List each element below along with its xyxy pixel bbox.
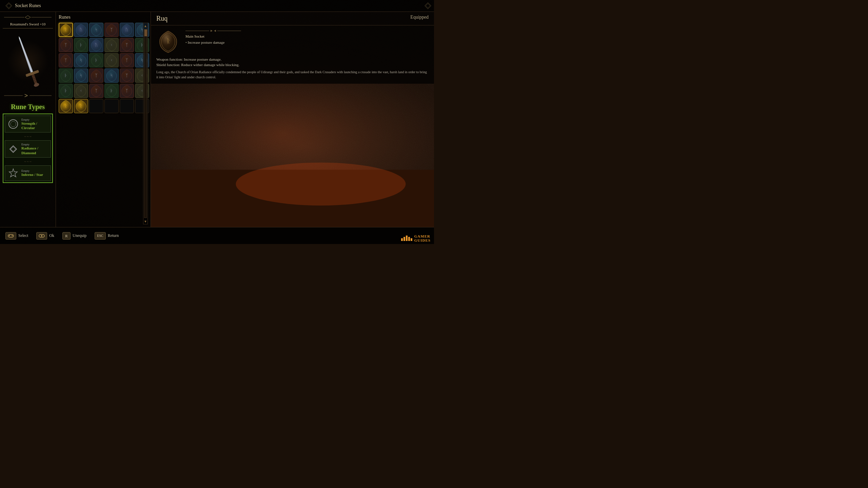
- rune-item[interactable]: ᛉ: [120, 53, 134, 67]
- rune-svg: ᛉ: [120, 69, 133, 82]
- strength-circular-info: Empty Strength / Circular: [21, 118, 48, 130]
- svg-text:ᛋ: ᛋ: [110, 73, 113, 78]
- rune-svg: ᚲ: [105, 54, 118, 67]
- rune-types-list: Empty Strength / Circular ~ ~ ~ Empty Ra…: [3, 114, 53, 183]
- rune-svg: ᛋ: [105, 69, 118, 82]
- rune-item[interactable]: ᚲ: [104, 53, 119, 67]
- scroll-down-arrow[interactable]: ▼: [143, 219, 147, 224]
- rune-item[interactable]: ᚱ: [59, 23, 73, 37]
- return-label: Return: [108, 233, 119, 238]
- rune-svg: ᛋ: [75, 69, 87, 82]
- gg-bar-3: [406, 236, 408, 241]
- divider-1: ~ ~ ~: [5, 135, 51, 138]
- rune-svg: ᛉ: [120, 84, 133, 97]
- scroll-thumb: [144, 29, 147, 36]
- rune-item: [104, 99, 119, 113]
- rune-item[interactable]: ᚱ: [74, 99, 88, 113]
- rune-name: Ruq: [156, 15, 167, 22]
- svg-text:ᚢ: ᚢ: [95, 42, 98, 47]
- svg-marker-58: [211, 30, 213, 32]
- rune-item[interactable]: ᛋ: [74, 68, 88, 83]
- svg-text:ᚦ: ᚦ: [110, 88, 113, 93]
- runes-section-label: Runes: [59, 15, 148, 20]
- title-bar: Socket Runes: [0, 0, 434, 12]
- rune-svg: ᛉ: [90, 69, 103, 82]
- inferno-star-name: Inferno / Star: [21, 172, 43, 177]
- esc-key: ESC: [95, 232, 105, 240]
- gamer-guides-logo: GAMERGUIDES: [401, 234, 431, 242]
- ornament-svg: [4, 15, 52, 19]
- rune-item[interactable]: ᚢ: [74, 23, 88, 37]
- rune-item[interactable]: ᚦ: [89, 53, 103, 67]
- svg-text:ᚱ: ᚱ: [80, 103, 82, 108]
- rune-description-section: Weapon function: Increase posture damage…: [156, 57, 429, 80]
- rune-svg: ᚲ: [105, 39, 118, 52]
- rune-item[interactable]: ᛉ: [59, 53, 73, 67]
- radiance-diamond-icon: [8, 144, 19, 155]
- rune-item[interactable]: ᛋ: [104, 68, 119, 83]
- rune-item[interactable]: ᚱ: [59, 99, 73, 113]
- svg-marker-23: [9, 169, 17, 177]
- rune-slot-strength-circular[interactable]: Empty Strength / Circular: [5, 116, 51, 133]
- rune-svg: ᛉ: [90, 84, 103, 97]
- gg-bar-1: [401, 238, 403, 241]
- select-hint: Select: [5, 232, 28, 240]
- rune-item[interactable]: ᛉ: [120, 38, 134, 52]
- rune-item[interactable]: ᛉ: [59, 38, 73, 52]
- rune-item[interactable]: ᚲ: [104, 38, 119, 52]
- rune-svg: ᚦ: [90, 54, 103, 67]
- svg-point-69: [41, 235, 42, 237]
- scroll-up-arrow[interactable]: ▲: [143, 23, 147, 28]
- svg-text:ᚲ: ᚲ: [110, 42, 113, 47]
- svg-text:ᚦ: ᚦ: [64, 73, 67, 78]
- rune-item[interactable]: ᛉ: [89, 84, 103, 98]
- unequip-hint: R Unequip: [62, 232, 86, 240]
- gg-bar-4: [408, 237, 410, 241]
- rune-item[interactable]: ᛉ: [89, 68, 103, 83]
- select-label: Select: [18, 233, 28, 238]
- unequip-label: Unequip: [73, 233, 86, 238]
- shield-function: Shield function: Reduce wither damage wh…: [156, 63, 429, 67]
- ornament-svg-2: [4, 94, 52, 98]
- left-panel: Rosamund's Sword +10: [0, 12, 56, 227]
- rune-slot-radiance-diamond[interactable]: Empty Radiance / Diamond: [5, 140, 51, 157]
- top-ornament: [3, 15, 53, 21]
- svg-rect-66: [9, 235, 10, 236]
- rune-item[interactable]: ᚢ: [120, 23, 134, 37]
- socket-type-label: Main Socket: [185, 34, 429, 38]
- weapon-image-area: [3, 30, 53, 92]
- rune-slot-inferno-star[interactable]: Empty Inferno / Star: [5, 165, 51, 181]
- gg-bar-2: [403, 237, 405, 241]
- svg-text:ᚱ: ᚱ: [64, 103, 67, 108]
- svg-text:ᚱ: ᚱ: [64, 27, 67, 32]
- rune-item[interactable]: ᛉ: [120, 68, 134, 83]
- svg-text:ᚢ: ᚢ: [80, 27, 82, 32]
- svg-text:ᛋ: ᛋ: [80, 73, 82, 78]
- diamond-icon-svg: [8, 144, 19, 155]
- svg-text:ᚱ: ᚱ: [166, 38, 170, 44]
- rune-item[interactable]: ᚦ: [104, 84, 119, 98]
- scene-viewport: [151, 84, 434, 227]
- rune-svg: ᚢ: [120, 23, 133, 36]
- weapon-title: Rosamund's Sword +10: [3, 22, 53, 28]
- rune-svg: ᚦ: [75, 39, 87, 52]
- rune-item[interactable]: ᚲ: [74, 84, 88, 98]
- scene-svg: [151, 84, 434, 227]
- divider-2: ~ ~ ~: [5, 160, 51, 163]
- rune-svg: ᚲ: [75, 84, 87, 97]
- panels-wrapper: Rosamund's Sword +10: [0, 12, 434, 227]
- rune-item[interactable]: ᚦ: [74, 38, 88, 52]
- svg-marker-59: [214, 30, 216, 32]
- rune-item[interactable]: ᚦ: [59, 84, 73, 98]
- rune-item[interactable]: ᛋ: [74, 53, 88, 67]
- rune-svg: ᚱ: [59, 23, 72, 36]
- inferno-star-info: Empty Inferno / Star: [21, 169, 43, 177]
- gg-bar-5: [411, 238, 412, 241]
- title-ornament-right: [425, 2, 431, 9]
- rune-item[interactable]: ᛉ: [104, 23, 119, 37]
- rune-item[interactable]: ᚢ: [89, 38, 103, 52]
- rune-item[interactable]: ᛉ: [120, 84, 134, 98]
- svg-text:ᚢ: ᚢ: [125, 27, 128, 32]
- rune-item[interactable]: ᛋ: [89, 23, 103, 37]
- rune-item[interactable]: ᚦ: [59, 68, 73, 83]
